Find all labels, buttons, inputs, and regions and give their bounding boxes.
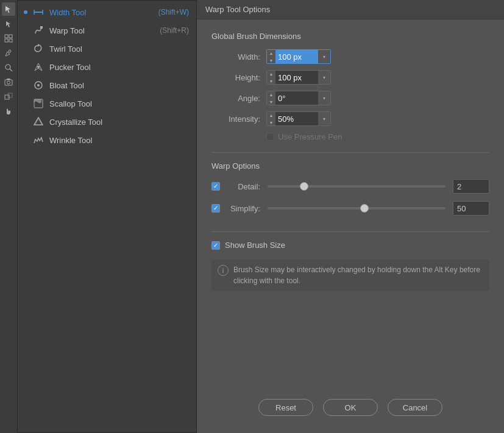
tool-dropdown-menu: Width Tool(Shift+W)Warp Tool(Shift+R)Twi… <box>17 0 197 433</box>
intensity-input-group[interactable]: ▲ ▼ ▾ <box>266 111 331 126</box>
intensity-dropdown-arrow[interactable]: ▾ <box>318 111 330 126</box>
svg-rect-7 <box>5 80 12 85</box>
toolbar-icon-hand[interactable] <box>2 105 15 118</box>
show-brush-row: Show Brush Size <box>211 241 489 250</box>
height-field[interactable] <box>275 71 318 84</box>
angle-spin-up[interactable]: ▲ <box>267 91 275 98</box>
menu-item-scallop-tool[interactable]: Scallop Tool <box>18 94 196 113</box>
section-divider <box>211 152 489 153</box>
menu-item-twirl-tool[interactable]: Twirl Tool <box>18 40 196 58</box>
svg-rect-3 <box>9 39 12 42</box>
reset-button[interactable]: Reset <box>258 399 313 416</box>
toolbar-icon-zoom[interactable] <box>2 61 15 74</box>
simplify-slider-track[interactable] <box>268 207 445 209</box>
show-brush-checkbox[interactable] <box>211 241 220 250</box>
svg-rect-12 <box>40 26 43 29</box>
detail-row: Detail: 2 <box>211 179 489 194</box>
height-spinner[interactable]: ▲ ▼ <box>267 70 275 85</box>
show-brush-label: Show Brush Size <box>225 241 285 250</box>
pucker-icon <box>32 61 44 73</box>
intensity-spin-up[interactable]: ▲ <box>267 111 275 119</box>
width-dropdown-arrow[interactable]: ▾ <box>318 49 330 64</box>
toolbar-icon-pen[interactable] <box>2 46 15 60</box>
height-spin-down[interactable]: ▼ <box>267 77 275 85</box>
simplify-label: Simplify: <box>225 204 260 213</box>
detail-slider-track[interactable] <box>268 185 445 188</box>
width-field[interactable] <box>275 50 318 63</box>
active-dot-indicator <box>24 10 27 14</box>
svg-rect-2 <box>5 39 8 42</box>
simplify-row: Simplify: 50 <box>211 201 489 216</box>
angle-field[interactable] <box>275 91 318 105</box>
simplify-slider-thumb[interactable] <box>360 204 369 213</box>
angle-label: Angle: <box>211 94 260 103</box>
svg-point-13 <box>37 66 40 68</box>
width-spin-up[interactable]: ▲ <box>267 49 275 57</box>
svg-point-15 <box>37 84 40 86</box>
angle-input-group[interactable]: ▲ ▼ ▾ <box>266 91 331 105</box>
width-label: Width: <box>211 52 260 62</box>
intensity-row: Intensity: ▲ ▼ ▾ <box>211 111 489 126</box>
svg-point-8 <box>7 81 10 84</box>
width-icon <box>32 6 44 18</box>
simplify-value[interactable]: 50 <box>453 201 489 216</box>
info-text: Brush Size may be interactively changed … <box>233 264 483 286</box>
bloat-icon <box>32 79 44 91</box>
intensity-field[interactable] <box>275 112 318 125</box>
svg-rect-0 <box>5 35 8 38</box>
dialog-title: Warp Tool Options <box>205 5 270 14</box>
scallop-icon <box>32 97 44 110</box>
pressure-pen-label: Use Pressure Pen <box>278 132 343 141</box>
angle-spinner[interactable]: ▲ ▼ <box>267 91 275 105</box>
ok-button[interactable]: OK <box>323 399 378 416</box>
toolbar <box>0 0 17 433</box>
info-icon: i <box>218 265 229 276</box>
menu-item-shortcut-width-tool: (Shift+W) <box>158 8 189 16</box>
menu-item-pucker-tool[interactable]: Pucker Tool <box>18 58 196 76</box>
cancel-button[interactable]: Cancel <box>388 399 442 416</box>
menu-item-label-pucker-tool: Pucker Tool <box>49 63 189 72</box>
svg-rect-1 <box>9 35 12 38</box>
dialog-titlebar: Warp Tool Options <box>197 0 504 19</box>
width-row: Width: ▲ ▼ ▾ <box>211 49 489 64</box>
svg-line-6 <box>10 69 12 71</box>
menu-item-bloat-tool[interactable]: Bloat Tool <box>18 76 196 94</box>
menu-item-width-tool[interactable]: Width Tool(Shift+W) <box>18 3 196 21</box>
height-input-group[interactable]: ▲ ▼ ▾ <box>266 70 331 85</box>
angle-dropdown-arrow[interactable]: ▾ <box>318 91 330 105</box>
buttons-row: Reset OK Cancel <box>211 399 489 421</box>
height-spin-up[interactable]: ▲ <box>267 70 275 77</box>
simplify-checkbox[interactable] <box>211 204 220 213</box>
width-spin-down[interactable]: ▼ <box>267 57 275 64</box>
pressure-pen-checkbox[interactable] <box>266 133 274 141</box>
menu-item-wrinkle-tool[interactable]: Wrinkle Tool <box>18 131 196 149</box>
detail-value[interactable]: 2 <box>453 179 489 194</box>
warp-icon <box>32 24 44 37</box>
menu-item-shortcut-warp-tool: (Shift+R) <box>160 26 189 35</box>
menu-item-crystallize-tool[interactable]: Crystallize Tool <box>18 113 196 131</box>
toolbar-icon-select[interactable] <box>2 2 15 16</box>
toolbar-icon-transform[interactable] <box>2 90 15 104</box>
detail-checkbox[interactable] <box>211 182 220 191</box>
width-input-group[interactable]: ▲ ▼ ▾ <box>266 49 331 64</box>
intensity-spinner[interactable]: ▲ ▼ <box>267 111 275 126</box>
height-dropdown-arrow[interactable]: ▾ <box>318 70 330 85</box>
info-row: i Brush Size may be interactively change… <box>211 259 489 291</box>
global-brush-heading: Global Brush Dimensions <box>211 32 489 41</box>
toolbar-icon-magic-wand[interactable] <box>2 32 15 45</box>
crystallize-icon <box>32 116 44 128</box>
height-row: Height: ▲ ▼ ▾ <box>211 70 489 85</box>
width-spinner[interactable]: ▲ ▼ <box>267 49 275 64</box>
twirl-icon <box>32 43 44 55</box>
menu-item-warp-tool[interactable]: Warp Tool(Shift+R) <box>18 21 196 40</box>
intensity-spin-down[interactable]: ▼ <box>267 119 275 126</box>
toolbar-icon-camera[interactable] <box>2 76 15 89</box>
svg-point-5 <box>5 65 10 69</box>
dialog-body: Global Brush Dimensions Width: ▲ ▼ ▾ Hei… <box>197 19 504 433</box>
menu-item-label-warp-tool: Warp Tool <box>49 26 155 35</box>
toolbar-icon-direct-select[interactable] <box>2 17 15 30</box>
angle-spin-down[interactable]: ▼ <box>267 98 275 105</box>
section-divider-2 <box>211 231 489 232</box>
warp-tool-options-dialog: Warp Tool Options Global Brush Dimension… <box>197 0 504 433</box>
detail-slider-thumb[interactable] <box>300 182 308 191</box>
